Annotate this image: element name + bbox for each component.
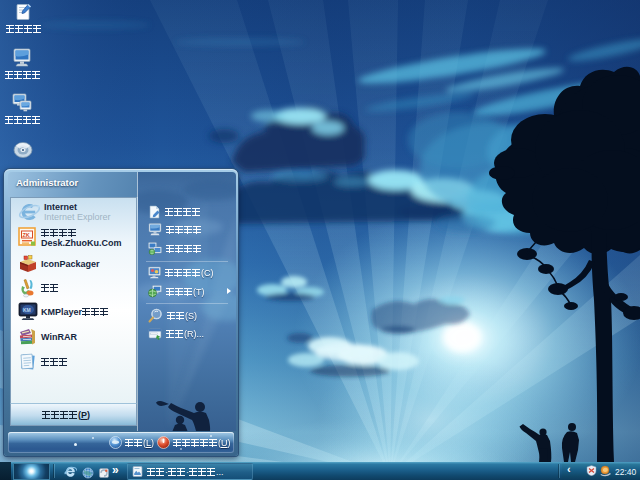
- svg-text:KM: KM: [23, 307, 31, 313]
- svg-text:ZK: ZK: [23, 232, 30, 238]
